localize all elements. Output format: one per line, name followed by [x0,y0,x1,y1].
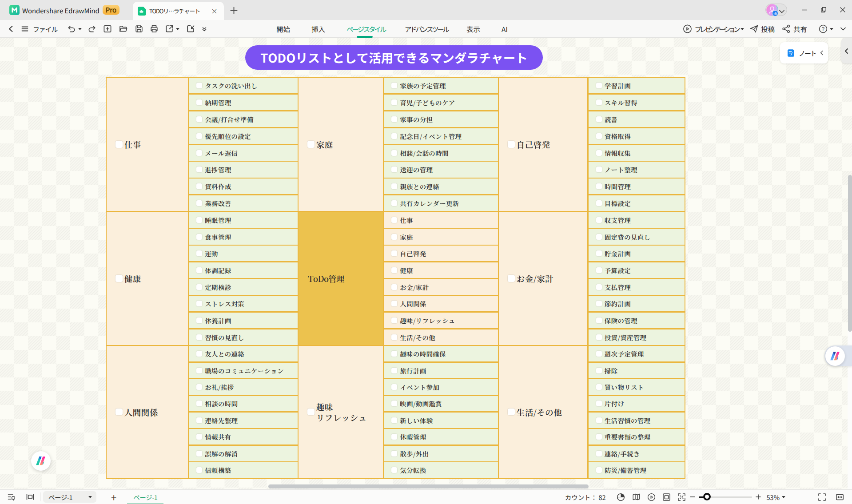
svg-text:?: ? [822,26,824,32]
